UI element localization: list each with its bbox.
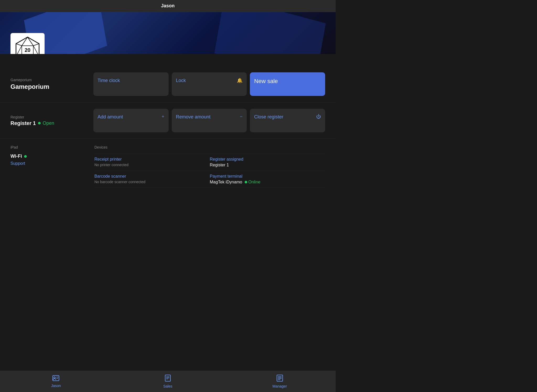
register-label: Register bbox=[10, 115, 89, 119]
register-assigned-item: Register assigned Register 1 bbox=[210, 154, 325, 171]
devices-label: Devices bbox=[94, 145, 325, 149]
payment-terminal-dot bbox=[245, 181, 247, 183]
payment-terminal-online: Online bbox=[248, 180, 260, 184]
svg-line-9 bbox=[33, 44, 39, 46]
close-register-button[interactable]: Close register ⏻ bbox=[250, 109, 325, 132]
time-clock-button[interactable]: Time clock bbox=[93, 72, 169, 96]
payment-terminal-device: MagTek iDynamo bbox=[210, 180, 242, 184]
store-logo: 20 bbox=[10, 33, 45, 54]
top-bar-title: Jason bbox=[161, 3, 175, 8]
store-name: Gameporium bbox=[10, 83, 89, 90]
store-section: Gameporium Gameporium Time clock Lock 🔔 … bbox=[0, 54, 336, 102]
new-sale-button[interactable]: New sale bbox=[250, 72, 325, 96]
top-bar: Jason bbox=[0, 0, 336, 12]
hero-banner: 20 bbox=[0, 12, 336, 54]
wifi-label: Wi-Fi bbox=[10, 154, 22, 159]
register-status-dot bbox=[38, 122, 41, 124]
lock-icon: 🔔 bbox=[237, 78, 243, 83]
register-status: Register 1 Open bbox=[10, 120, 89, 126]
receipt-printer-status: No printer connected bbox=[94, 163, 210, 167]
ipad-label: iPad bbox=[10, 145, 84, 149]
power-icon: ⏻ bbox=[316, 114, 321, 119]
svg-text:20: 20 bbox=[25, 47, 30, 53]
register-info: Register Register 1 Open bbox=[10, 115, 89, 126]
register-assigned-label[interactable]: Register assigned bbox=[210, 157, 325, 162]
barcode-scanner-item: Barcode scanner No barcode scanner conne… bbox=[94, 171, 210, 188]
register-assigned-value: Register 1 bbox=[210, 163, 325, 167]
register-section: Register Register 1 Open Add amount + Re… bbox=[0, 102, 336, 139]
store-info: Gameporium Gameporium bbox=[10, 78, 89, 90]
payment-terminal-value: MagTek iDynamo Online bbox=[210, 180, 325, 184]
add-amount-button[interactable]: Add amount + bbox=[93, 109, 169, 132]
plus-icon: + bbox=[162, 114, 164, 119]
wifi-row: Wi-Fi bbox=[10, 154, 84, 159]
barcode-scanner-label[interactable]: Barcode scanner bbox=[94, 174, 210, 179]
svg-marker-1 bbox=[22, 37, 33, 46]
devices-column: Devices Receipt printer No printer conne… bbox=[94, 145, 325, 188]
barcode-scanner-status: No barcode scanner connected bbox=[94, 180, 210, 184]
svg-line-8 bbox=[16, 44, 22, 46]
minus-icon: − bbox=[240, 114, 243, 119]
receipt-printer-item: Receipt printer No printer connected bbox=[94, 154, 210, 171]
ipad-column: iPad Wi-Fi Support bbox=[10, 145, 84, 188]
support-link[interactable]: Support bbox=[10, 161, 25, 166]
register-open-text: Open bbox=[43, 121, 54, 126]
store-label: Gameporium bbox=[10, 78, 89, 82]
devices-grid: Receipt printer No printer connected Reg… bbox=[94, 154, 325, 188]
register-name: Register 1 bbox=[10, 120, 36, 126]
devices-section: iPad Wi-Fi Support Devices Receipt print… bbox=[0, 139, 336, 196]
payment-terminal-item: Payment terminal MagTek iDynamo Online bbox=[210, 171, 325, 188]
store-actions: Time clock Lock 🔔 New sale bbox=[93, 72, 325, 96]
lock-button[interactable]: Lock 🔔 bbox=[172, 72, 247, 96]
wifi-status-dot bbox=[24, 155, 27, 158]
remove-amount-button[interactable]: Remove amount − bbox=[172, 109, 247, 132]
payment-terminal-label[interactable]: Payment terminal bbox=[210, 174, 325, 179]
register-actions: Add amount + Remove amount − Close regis… bbox=[93, 109, 325, 132]
receipt-printer-label[interactable]: Receipt printer bbox=[94, 157, 210, 162]
